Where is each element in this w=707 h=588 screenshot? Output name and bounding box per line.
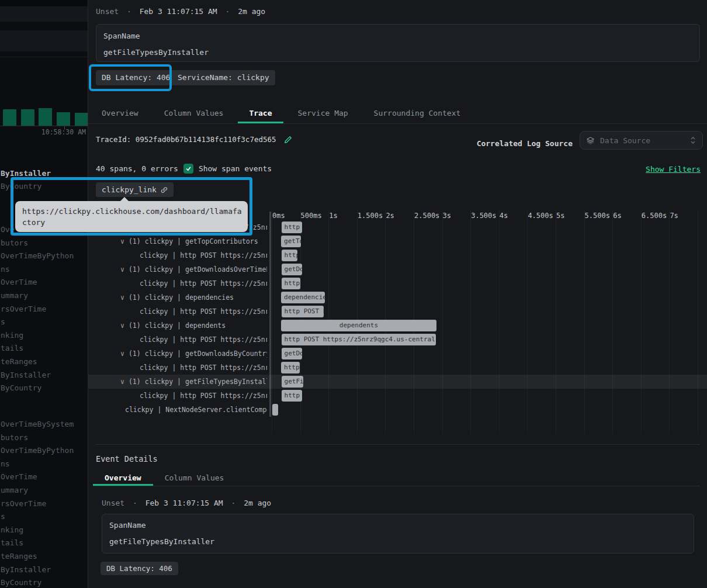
sidebar-item[interactable]: rsOverTime	[1, 499, 46, 508]
collapse-chevron-icon[interactable]: ∨	[120, 375, 124, 389]
sidebar-item[interactable]: ns	[1, 265, 10, 274]
sidebar-item[interactable]: OverTimeByPython	[1, 251, 74, 260]
sidebar-item[interactable]: ByInstaller	[1, 169, 51, 178]
severity-label: Unset	[96, 7, 119, 16]
span-duration-bar[interactable]: getDownloadsByCountry	[282, 348, 302, 359]
sidebar-item[interactable]: OverTime	[1, 278, 37, 286]
span-event-count: (1)	[129, 234, 141, 248]
sidebar-item[interactable]: s	[1, 317, 5, 326]
tab-surrounding-context[interactable]: Surrounding Context	[363, 104, 472, 123]
sidebar-divider	[0, 57, 88, 57]
collapse-chevron-icon[interactable]: ∨	[120, 234, 124, 248]
span-duration-bar[interactable]: http POST https://z5nrz9qgc4.us-central	[282, 222, 302, 233]
trace-id-row: TraceId: 0952fad0b67b114138fc110f3c7ed56…	[96, 135, 292, 144]
trace-span-row[interactable]: clickpy | http POST https://z5nrz9qgc4.u…	[88, 305, 707, 319]
span-name-text: clickpy | dependents	[145, 319, 226, 333]
sidebar-item[interactable]: ByCountry	[1, 383, 41, 392]
data-source-select[interactable]: Data Source	[580, 131, 703, 150]
trace-span-row[interactable]: clickpy | http POST https://z5nrz9qgc4.u…	[88, 333, 707, 347]
sidebar-item[interactable]: teRanges	[1, 552, 37, 561]
span-duration-bar[interactable]: http POST https://z5nrz9qgc4.us-central	[281, 362, 300, 373]
trace-span-row[interactable]: ∨(1)clickpy | dependenciesdependencies	[88, 290, 707, 305]
ed-tab-overview[interactable]: Overview	[93, 471, 153, 486]
span-label-cell: ∨(1)clickpy | dependents	[88, 319, 267, 333]
sidebar-item[interactable]: nking	[1, 525, 23, 534]
sidebar-item[interactable]: s	[1, 512, 5, 521]
sidebar-item[interactable]: ByInstaller	[1, 371, 51, 379]
tab-column-values[interactable]: Column Values	[153, 104, 235, 123]
sidebar-item[interactable]: ummary	[1, 486, 28, 494]
service-name-badge[interactable]: ServiceName: clickpy	[172, 70, 275, 85]
db-latency-badge[interactable]: DB Latency: 406	[100, 562, 178, 575]
span-duration-bar[interactable]: getFileTypesByInstaller	[282, 376, 304, 388]
span-name-text: clickpy | http POST https://z5nrz9qgc4.u…	[140, 361, 267, 375]
span-label: clickpy | http POST https://z5nrz9qgc4.u…	[140, 305, 267, 319]
span-label: clickpy | http POST https://z5nrz9qgc4.u…	[140, 361, 267, 375]
trace-span-row[interactable]: ∨(1)clickpy | getTopContributorsgetTopCo…	[88, 234, 707, 248]
sidebar-item[interactable]: OverTimeByPython	[1, 446, 74, 455]
span-label-cell: ∨(1)clickpy | getTopContributors	[88, 234, 267, 248]
sidebar-item[interactable]: teRanges	[1, 357, 37, 366]
edit-pencil-icon[interactable]	[284, 136, 292, 144]
collapse-chevron-icon[interactable]: ∨	[120, 347, 124, 361]
collapse-chevron-icon[interactable]: ∨	[120, 290, 124, 305]
span-label: ∨(1)clickpy | getDownloadsOverTimeBySyst…	[120, 262, 267, 276]
show-span-events-label[interactable]: Show span events	[199, 164, 272, 173]
span-label-cell: clickpy | http POST https://z5nrz9qgc4.u…	[88, 389, 267, 403]
span-label: ∨(1)clickpy | dependents	[120, 319, 226, 333]
sidebar-item[interactable]: OverTimeBySystem	[1, 420, 74, 428]
trace-span-row[interactable]: clickpy | NextNodeServer.clientComponent…	[88, 403, 707, 417]
spans-summary-row: 40 spans, 0 errors Show span events	[96, 164, 272, 174]
sidebar-item[interactable]: OverTime	[1, 472, 37, 481]
trace-span-row[interactable]: clickpy | http POST https://z5nrz9qgc4.u…	[88, 361, 707, 375]
sidebar-item[interactable]: butors	[1, 238, 28, 247]
sidebar-item[interactable]: Ove	[1, 225, 14, 234]
sidebar-item[interactable]: ByCountry	[1, 578, 41, 587]
collapse-chevron-icon[interactable]: ∨	[120, 319, 124, 333]
span-duration-bar[interactable]: dependencies	[281, 292, 325, 303]
tooltip-url-line1: https://clickpy.clickhouse.com/dashboard…	[22, 206, 241, 217]
timeline-axis-tick: 4s	[500, 212, 508, 220]
sidebar-item[interactable]: tails	[1, 538, 23, 547]
clickpy-link-button[interactable]: clickpy_link	[96, 182, 174, 197]
trace-span-row[interactable]: clickpy | http POST https://z5nrz9qgc4.u…	[88, 389, 707, 403]
show-filters-link[interactable]: Show Filters	[646, 165, 701, 174]
sidebar-item[interactable]: ummary	[1, 291, 28, 300]
sidebar-item[interactable]: tails	[1, 344, 23, 352]
correlated-log-source-label: Correlated Log Source	[477, 139, 573, 148]
sidebar-item[interactable]: nking	[1, 331, 23, 340]
span-duration-bar[interactable]: http POST https://z5nrz9qgc4.us-central	[282, 278, 300, 289]
sidebar-item[interactable]: ByInstaller	[1, 565, 51, 574]
span-duration-bar[interactable]: http POST https://z5nrz9qgc4.us-central	[282, 390, 302, 402]
span-duration-bar[interactable]: http POST https://z5nrz9qgc4.us-central	[282, 306, 324, 317]
trace-id: TraceId: 0952fad0b67b114138fc110f3c7ed56…	[96, 135, 276, 144]
trace-span-row[interactable]: ∨(1)clickpy | getDownloadsByCountrygetDo…	[88, 347, 707, 361]
relative-time: 2m ago	[238, 7, 265, 16]
ed-tab-column-values[interactable]: Column Values	[153, 471, 236, 486]
span-duration-bar[interactable]: getDownloadsOverTimeBySystem	[282, 264, 302, 275]
tab-trace[interactable]: Trace	[238, 104, 283, 123]
span-duration-bar[interactable]: getTopContributors	[281, 236, 301, 247]
db-latency-badge[interactable]: DB Latency: 406	[96, 70, 176, 85]
tab-service-map[interactable]: Service Map	[287, 104, 359, 123]
sidebar-item[interactable]: rsOverTime	[1, 305, 46, 313]
span-duration-bar[interactable]: dependents	[281, 320, 436, 331]
tab-overview[interactable]: Overview	[91, 104, 150, 123]
detail-panel: Unset · Feb 3 11:07:15 AM · 2m ago SpanN…	[88, 0, 707, 588]
span-duration-bar[interactable]	[272, 404, 278, 416]
span-duration-bar[interactable]: http POST https://z5nrz9qgc4.us-central	[282, 334, 436, 345]
trace-span-row[interactable]: ∨(1)clickpy | dependentsdependents	[88, 319, 707, 333]
trace-span-row[interactable]: ∨(1)clickpy | getDownloadsOverTimeBySyst…	[88, 262, 707, 276]
show-span-events-checkbox[interactable]	[183, 164, 193, 174]
trace-span-row[interactable]: clickpy | http POST https://z5nrz9qgc4.u…	[88, 276, 707, 290]
timeline-axis-tick: 5.500s	[585, 212, 610, 220]
sidebar-item[interactable]: butors	[1, 433, 28, 442]
trace-span-row[interactable]: clickpy | http POST https://z5nrz9qgc4.u…	[88, 248, 707, 262]
trace-span-row[interactable]: ∨(1)clickpy | getFileTypesByInstallerget…	[88, 375, 707, 389]
span-duration-bar[interactable]: http POST https://z5nrz9qgc4.us-central	[282, 250, 297, 261]
sidebar-item[interactable]: ByCountry	[1, 182, 41, 191]
collapse-chevron-icon[interactable]: ∨	[120, 262, 124, 276]
span-label: ∨(1)clickpy | dependencies	[120, 290, 234, 305]
span-label-cell: ∨(1)clickpy | dependencies	[88, 290, 267, 305]
sidebar-item[interactable]: ns	[1, 459, 10, 468]
